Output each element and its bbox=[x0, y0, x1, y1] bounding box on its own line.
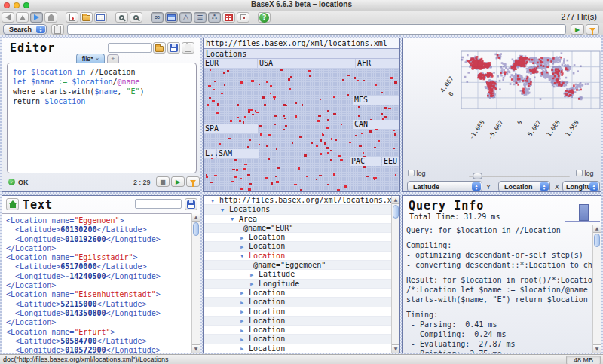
region-label[interactable]: EEU bbox=[382, 157, 400, 166]
slider-track[interactable] bbox=[469, 176, 570, 177]
new-button[interactable] bbox=[66, 12, 78, 23]
text-view-toggle[interactable] bbox=[165, 12, 178, 23]
region-label[interactable]: L.. bbox=[204, 149, 216, 158]
new-tab-button[interactable]: + bbox=[107, 54, 119, 63]
tree-row[interactable]: ▶Location bbox=[204, 233, 391, 242]
tree-row[interactable]: ▶Location bbox=[204, 289, 391, 298]
region-label[interactable]: SPA bbox=[204, 124, 259, 133]
treemap[interactable]: EURUSAAFRMESCANSPAL..SAMPACEEU bbox=[204, 59, 399, 191]
folder-view-toggle[interactable]: ≡ bbox=[194, 12, 207, 23]
text-scrollbar[interactable]: ▲ ▼ bbox=[191, 213, 200, 353]
memory-indicator[interactable]: 48 MB bbox=[566, 356, 601, 364]
expanded-icon[interactable]: ▼ bbox=[240, 252, 249, 261]
scatter-plot[interactable]: -1.0E8-5.0E705.0E71.0E81.5E84.0E70 bbox=[403, 38, 601, 192]
slider-thumb[interactable] bbox=[473, 173, 482, 179]
collapsed-icon[interactable]: ▶ bbox=[240, 344, 249, 353]
scroll-down-button[interactable]: ▼ bbox=[593, 344, 601, 353]
scroll-thumb[interactable] bbox=[193, 222, 199, 236]
scroll-down-button[interactable]: ▼ bbox=[392, 344, 399, 353]
editor-stop-button[interactable]: ■ bbox=[156, 176, 170, 187]
tree-row[interactable]: ▼Locations bbox=[204, 205, 391, 214]
text-save-button[interactable] bbox=[185, 198, 197, 210]
search-input[interactable] bbox=[67, 24, 566, 35]
up-button[interactable] bbox=[16, 12, 29, 23]
scroll-up-button[interactable]: ▲ bbox=[593, 225, 601, 233]
tree-row[interactable]: ▼Location bbox=[204, 252, 391, 261]
collapsed-icon[interactable]: ▶ bbox=[240, 317, 249, 326]
zoom-details-button[interactable] bbox=[130, 12, 142, 23]
region-label[interactable]: PAC bbox=[350, 157, 381, 166]
tree-row[interactable]: ▶Location bbox=[204, 317, 391, 326]
log-checkbox[interactable] bbox=[408, 170, 415, 176]
open-button[interactable] bbox=[80, 12, 93, 23]
explorer-view-toggle[interactable] bbox=[237, 12, 249, 23]
x-axis-select[interactable]: Longitude ▲▼ bbox=[562, 181, 600, 192]
scroll-up-button[interactable]: ▲ bbox=[192, 213, 200, 222]
collapsed-icon[interactable]: ▶ bbox=[240, 243, 249, 252]
item-select[interactable]: Location ▲▼ bbox=[498, 181, 550, 192]
text-output[interactable]: <Location name="Eggemoen"> <Latitude>601… bbox=[2, 213, 191, 353]
collapsed-icon[interactable]: ▶ bbox=[240, 326, 249, 335]
scroll-up-button[interactable]: ▲ bbox=[392, 196, 399, 204]
text-home-button[interactable] bbox=[6, 198, 19, 210]
zoom-button[interactable] bbox=[115, 12, 128, 23]
expanded-icon[interactable]: ▼ bbox=[231, 215, 239, 224]
collapsed-icon[interactable]: ▶ bbox=[240, 289, 249, 298]
region-label[interactable]: USA bbox=[258, 59, 356, 68]
expanded-icon[interactable]: ▼ bbox=[221, 206, 229, 215]
collapsed-icon[interactable]: ▶ bbox=[250, 271, 259, 280]
editor-tab-file[interactable]: file* × bbox=[76, 54, 105, 63]
map-root-node[interactable]: Locations bbox=[204, 49, 399, 59]
tree-row[interactable]: ▼Area bbox=[204, 215, 391, 224]
editor-save-button[interactable] bbox=[167, 42, 180, 54]
back-button[interactable] bbox=[2, 12, 14, 23]
table-view-toggle[interactable] bbox=[222, 12, 235, 23]
tree-row[interactable]: ▶Longitude bbox=[204, 280, 391, 289]
home-button[interactable] bbox=[44, 12, 57, 23]
tree-row[interactable]: ▶Location bbox=[204, 326, 391, 335]
collapsed-icon[interactable]: ▶ bbox=[250, 280, 259, 289]
tree-row[interactable]: ▶Location bbox=[204, 335, 391, 344]
region-label[interactable]: CAN bbox=[353, 120, 400, 129]
y-axis-select[interactable]: Latitude ▲▼ bbox=[407, 181, 482, 192]
dot-size-slider[interactable] bbox=[469, 173, 570, 180]
tree-row[interactable]: ▶Location bbox=[204, 242, 391, 251]
query-info-text[interactable]: Query: for $location in //LocationCompil… bbox=[406, 225, 592, 353]
scroll-down-button[interactable]: ▼ bbox=[192, 344, 200, 353]
search-mode-select[interactable]: Search ▲▼ bbox=[3, 24, 47, 35]
tree-row[interactable]: ▶Latitude bbox=[204, 270, 391, 279]
editor-clipboard-button[interactable] bbox=[182, 42, 194, 54]
run-query-button[interactable]: ▶ bbox=[571, 24, 584, 35]
region-label[interactable]: AFR bbox=[356, 59, 400, 68]
region-label[interactable]: MES bbox=[353, 96, 400, 105]
help-button[interactable]: ? bbox=[258, 12, 271, 23]
info-scrollbar[interactable]: ▲ ▼ bbox=[592, 225, 601, 353]
properties-button[interactable] bbox=[94, 12, 107, 23]
tree-row[interactable]: ▶Location bbox=[204, 344, 391, 353]
scroll-thumb[interactable] bbox=[594, 234, 600, 247]
tree-row[interactable]: ▶Location bbox=[204, 298, 391, 307]
log-checkbox[interactable] bbox=[576, 170, 583, 176]
editor-open-button[interactable] bbox=[153, 42, 166, 54]
editor-filename-input[interactable] bbox=[108, 43, 152, 53]
forward-button[interactable] bbox=[30, 12, 43, 23]
expanded-icon[interactable]: ▼ bbox=[211, 197, 219, 206]
clipboard-button[interactable] bbox=[51, 24, 64, 35]
collapsed-icon[interactable]: ▶ bbox=[240, 298, 249, 307]
editor-filter-button[interactable] bbox=[186, 176, 200, 187]
tab-close-icon[interactable]: × bbox=[96, 56, 99, 63]
editor-code[interactable]: for $location in //Locationlet $name := … bbox=[7, 63, 197, 173]
collapsed-icon[interactable]: ▶ bbox=[240, 335, 249, 344]
tree-row[interactable]: ▼http://files.basex.org/xml/locations.xm… bbox=[204, 196, 391, 205]
plot-view-toggle[interactable]: ∴ bbox=[208, 12, 221, 23]
titlebar[interactable]: BaseX 6.6.3 beta – locations bbox=[0, 0, 603, 11]
tree-row[interactable]: ▶Location bbox=[204, 307, 391, 317]
filter-results-button[interactable] bbox=[586, 24, 599, 35]
map-document-url[interactable]: http://files.basex.org/xml/locations.xml bbox=[204, 38, 399, 49]
region-label[interactable]: SAM bbox=[217, 149, 259, 158]
region-label[interactable]: EUR bbox=[204, 59, 258, 68]
editor-view-toggle[interactable]: ∞ bbox=[151, 12, 164, 23]
tree-scrollbar[interactable]: ▲ ▼ bbox=[391, 196, 399, 353]
collapsed-icon[interactable]: ▶ bbox=[240, 307, 249, 317]
editor-run-button[interactable]: ▶ bbox=[171, 176, 185, 187]
